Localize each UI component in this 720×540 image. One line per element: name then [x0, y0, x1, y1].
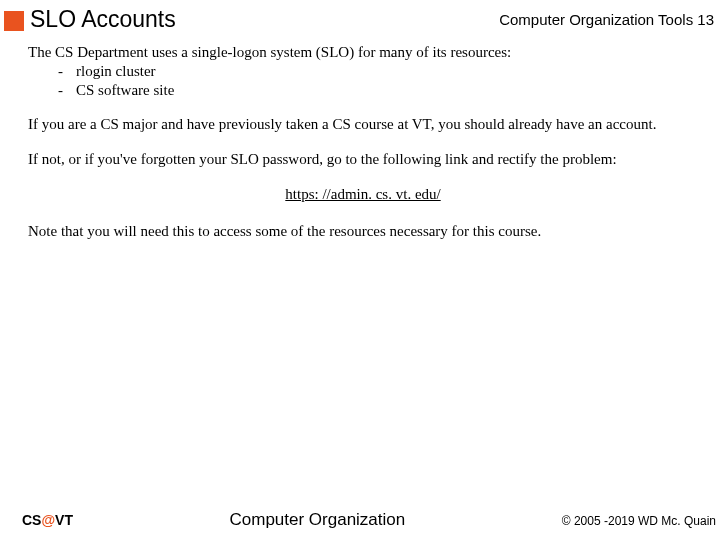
paragraph: If you are a CS major and have previousl…	[28, 115, 698, 134]
admin-link[interactable]: https: //admin. cs. vt. edu/	[285, 186, 440, 202]
bullet-text: CS software site	[76, 81, 174, 100]
brand-prefix: CS	[22, 512, 41, 528]
intro-paragraph: The CS Department uses a single-logon sy…	[28, 43, 698, 99]
page-number: 13	[697, 11, 714, 28]
paragraph: If not, or if you've forgotten your SLO …	[28, 150, 698, 169]
paragraph: Note that you will need this to access s…	[28, 222, 698, 241]
footer-copyright: © 2005 -2019 WD Mc. Quain	[562, 514, 716, 528]
footer-course: Computer Organization	[73, 510, 562, 530]
dash-icon: -	[58, 81, 76, 100]
dash-icon: -	[58, 62, 76, 81]
brand-at: @	[41, 512, 55, 528]
bullet-list: - rlogin cluster - CS software site	[28, 62, 698, 100]
bullet-text: rlogin cluster	[76, 62, 156, 81]
course-name: Computer Organization Tools	[499, 11, 693, 28]
list-item: - rlogin cluster	[58, 62, 698, 81]
slide-body: The CS Department uses a single-logon sy…	[0, 43, 720, 240]
accent-square-icon	[4, 11, 24, 31]
slide-title: SLO Accounts	[30, 6, 499, 33]
header-context: Computer Organization Tools 13	[499, 11, 716, 28]
list-item: - CS software site	[58, 81, 698, 100]
slide-footer: CS@VT Computer Organization © 2005 -2019…	[0, 510, 720, 530]
intro-text: The CS Department uses a single-logon sy…	[28, 43, 698, 62]
link-container: https: //admin. cs. vt. edu/	[28, 185, 698, 204]
footer-brand: CS@VT	[22, 512, 73, 528]
brand-suffix: VT	[55, 512, 73, 528]
slide-header: SLO Accounts Computer Organization Tools…	[0, 0, 720, 43]
